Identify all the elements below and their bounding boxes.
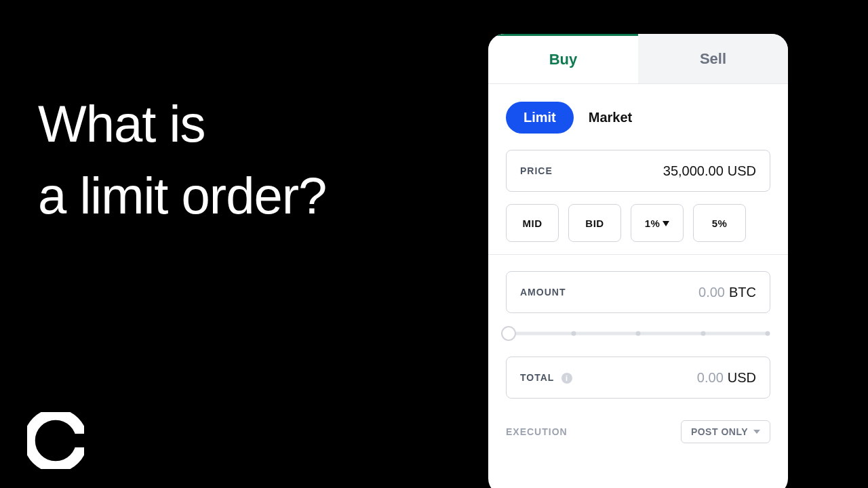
total-value-wrap: 0.00 USD [697, 370, 756, 386]
order-type-row: Limit Market [506, 102, 770, 134]
total-currency: USD [728, 370, 756, 386]
chip-mid[interactable]: MID [506, 204, 559, 242]
order-type-market[interactable]: Market [589, 110, 632, 125]
section-divider [488, 254, 788, 255]
buy-sell-tabs: Buy Sell [488, 34, 788, 84]
slider-tick [636, 331, 641, 336]
brand-logo [27, 412, 84, 469]
chevron-down-icon [753, 430, 760, 434]
chip-1pct[interactable]: 1% [631, 204, 684, 242]
total-field[interactable]: TOTAL i 0.00 USD [506, 357, 770, 399]
execution-selected: POST ONLY [691, 426, 748, 437]
order-type-limit-label: Limit [524, 110, 556, 125]
price-value-wrap: 35,000.00 USD [663, 163, 756, 179]
arrow-down-icon [663, 221, 669, 226]
price-value: 35,000.00 [663, 163, 724, 179]
execution-row: EXECUTION POST ONLY [506, 411, 770, 443]
page-title: What is a limit order? [38, 88, 326, 232]
total-label: TOTAL i [520, 372, 572, 384]
amount-currency: BTC [729, 285, 756, 300]
chip-bid-label: BID [585, 218, 604, 229]
headline-line-1: What is [38, 88, 326, 160]
price-label: PRICE [520, 165, 553, 176]
chip-5pct[interactable]: 5% [693, 204, 746, 242]
price-currency: USD [728, 163, 756, 179]
execution-label: EXECUTION [506, 426, 568, 437]
tab-buy[interactable]: Buy [488, 34, 638, 83]
chip-mid-label: MID [523, 218, 542, 229]
order-type-limit[interactable]: Limit [506, 102, 574, 134]
amount-slider[interactable] [509, 325, 768, 342]
chip-5pct-label: 5% [712, 218, 728, 229]
tab-sell-label: Sell [700, 50, 726, 68]
amount-label: AMOUNT [520, 287, 566, 298]
order-type-market-label: Market [589, 110, 632, 125]
tab-sell[interactable]: Sell [638, 34, 788, 83]
price-preset-chips: MID BID 1% 5% [506, 204, 770, 242]
order-panel: Buy Sell Limit Market PRICE 35,000.00 US… [488, 34, 788, 488]
execution-select[interactable]: POST ONLY [681, 420, 770, 443]
chip-1pct-label: 1% [645, 218, 660, 229]
coinbase-logo-icon [27, 412, 84, 469]
tab-buy-label: Buy [549, 51, 578, 68]
slider-tick [701, 331, 705, 336]
slider-thumb[interactable] [501, 326, 516, 341]
price-field[interactable]: PRICE 35,000.00 USD [506, 150, 770, 192]
amount-field[interactable]: AMOUNT 0.00 BTC [506, 271, 770, 313]
amount-value: 0.00 [698, 285, 725, 300]
info-icon[interactable]: i [561, 373, 572, 384]
slider-tick [766, 331, 770, 336]
chip-bid[interactable]: BID [568, 204, 621, 242]
total-value: 0.00 [697, 370, 724, 386]
total-label-text: TOTAL [520, 372, 554, 383]
slider-tick [571, 331, 576, 336]
headline-line-2: a limit order? [38, 160, 326, 232]
amount-value-wrap: 0.00 BTC [698, 285, 756, 300]
svg-rect-1 [58, 434, 84, 447]
order-body: Limit Market PRICE 35,000.00 USD MID BID… [488, 84, 788, 443]
